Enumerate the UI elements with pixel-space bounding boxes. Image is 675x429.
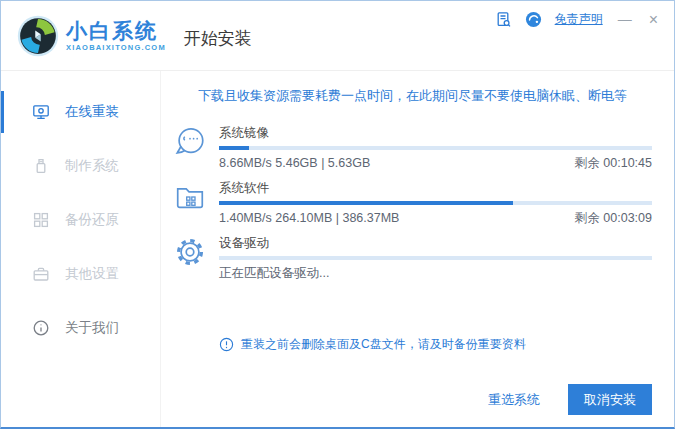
warning-exclamation-icon <box>219 337 234 352</box>
page-title: 开始安装 <box>184 27 252 50</box>
brand-logo: 小白系统 XIAOBAIXITONG.COM <box>16 14 166 58</box>
feedback-doc-icon[interactable] <box>495 11 512 28</box>
backup-blocks-icon <box>32 211 50 229</box>
task-row-device-driver: 设备驱动 正在匹配设备驱动... <box>173 235 652 281</box>
titlebar: 小白系统 XIAOBAIXITONG.COM 开始安装 <box>1 1 674 71</box>
sidebar-item-label: 关于我们 <box>65 319 119 337</box>
task-stats: 1.40MB/s 264.10MB | 386.37MB <box>219 210 399 226</box>
main-panel: 下载且收集资源需要耗费一点时间，在此期间尽量不要使电脑休眠、断电等 <box>161 71 674 427</box>
info-circle-icon <box>32 319 50 337</box>
cancel-install-button[interactable]: 取消安装 <box>568 384 652 415</box>
task-title: 系统镜像 <box>219 125 652 141</box>
chat-face-icon <box>173 125 207 161</box>
task-row-system-image: 系统镜像 8.66MB/s 5.46GB | 5.63GB 剩余 00:10:4… <box>173 125 652 171</box>
sidebar-item-label: 其他设置 <box>65 265 119 283</box>
reinstall-warning: 重装之前会删除桌面及C盘文件，请及时备份重要资料 <box>219 336 652 353</box>
progress-bar-system-software <box>219 201 652 205</box>
progress-bar-system-image <box>219 146 652 150</box>
sidebar-item-label: 制作系统 <box>65 157 119 175</box>
task-row-system-software: 系统软件 1.40MB/s 264.10MB | 386.37MB 剩余 00:… <box>173 180 652 226</box>
task-status: 正在匹配设备驱动... <box>219 265 329 281</box>
brand-name: 小白系统 <box>66 20 166 41</box>
task-list: 系统镜像 8.66MB/s 5.46GB | 5.63GB 剩余 00:10:4… <box>173 125 652 290</box>
software-folder-icon <box>173 180 207 216</box>
progress-bar-device-driver <box>219 256 652 260</box>
minimize-button[interactable]: — <box>616 11 634 28</box>
reselect-system-button[interactable]: 重选系统 <box>488 391 540 409</box>
toolbox-icon <box>32 265 50 283</box>
task-title: 设备驱动 <box>219 235 652 251</box>
close-button[interactable]: × <box>647 11 660 28</box>
progress-fill <box>219 146 249 150</box>
sidebar: 在线重装 制作系统 <box>1 71 161 427</box>
sidebar-item-other-settings[interactable]: 其他设置 <box>1 247 160 301</box>
task-stats: 8.66MB/s 5.46GB | 5.63GB <box>219 155 370 171</box>
download-notice: 下载且收集资源需要耗费一点时间，在此期间尽量不要使电脑休眠、断电等 <box>173 87 652 105</box>
task-remaining: 剩余 00:10:45 <box>575 155 652 171</box>
sidebar-item-online-reinstall[interactable]: 在线重装 <box>1 85 160 139</box>
monitor-reinstall-icon <box>32 103 50 121</box>
sidebar-item-make-system[interactable]: 制作系统 <box>1 139 160 193</box>
sidebar-item-backup-restore[interactable]: 备份还原 <box>1 193 160 247</box>
usb-drive-icon <box>32 157 50 175</box>
disclaimer-link[interactable]: 免责声明 <box>555 11 603 28</box>
warning-text: 重装之前会删除桌面及C盘文件，请及时备份重要资料 <box>241 336 526 353</box>
sidebar-item-label: 备份还原 <box>65 211 119 229</box>
footer-actions: 重选系统 取消安装 <box>173 384 652 427</box>
sidebar-item-about-us[interactable]: 关于我们 <box>1 301 160 355</box>
app-window: 小白系统 XIAOBAIXITONG.COM 开始安装 <box>0 0 675 429</box>
titlebar-actions: 免责声明 — × <box>495 11 660 28</box>
task-remaining: 剩余 00:03:09 <box>575 210 652 226</box>
brand-swirl-icon <box>16 14 60 58</box>
customer-service-icon[interactable] <box>525 11 542 28</box>
gear-icon <box>173 235 207 271</box>
progress-fill <box>219 201 513 205</box>
brand-domain: XIAOBAIXITONG.COM <box>66 44 166 52</box>
task-title: 系统软件 <box>219 180 652 196</box>
sidebar-item-label: 在线重装 <box>65 103 119 121</box>
